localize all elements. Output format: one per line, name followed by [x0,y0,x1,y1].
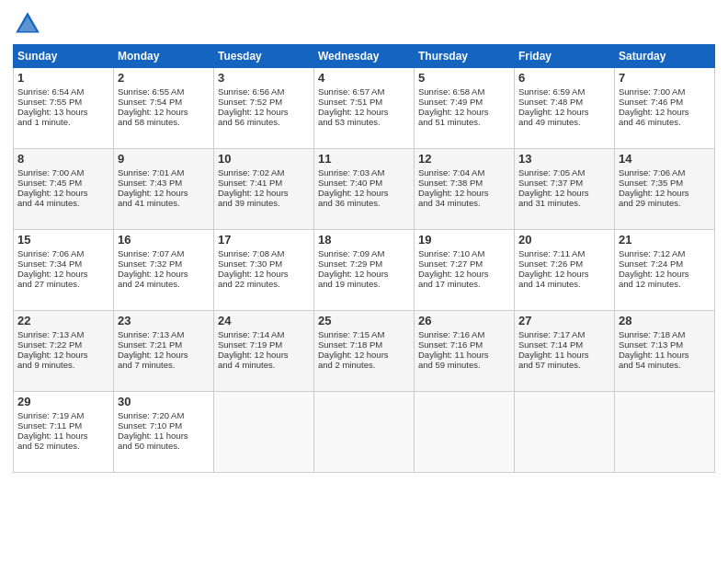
day-info-line: Daylight: 12 hours [518,269,610,279]
day-info-line: and 36 minutes. [318,198,410,208]
day-number: 29 [17,395,109,408]
day-info-line: Daylight: 12 hours [218,188,310,198]
day-number: 5 [418,71,510,85]
day-info-line: Daylight: 12 hours [118,269,210,279]
day-info-line: and 58 minutes. [118,117,210,127]
day-number: 6 [518,71,610,85]
day-info-line: and 31 minutes. [518,198,610,208]
day-cell: 15Sunrise: 7:06 AMSunset: 7:34 PMDayligh… [14,230,114,311]
day-number: 3 [218,71,310,85]
day-info-line: Sunset: 7:35 PM [619,178,711,188]
day-info-line: Daylight: 12 hours [518,107,610,117]
day-info-line: Sunrise: 7:17 AM [518,329,610,339]
day-info-line: Sunrise: 7:06 AM [619,167,711,178]
day-cell: 14Sunrise: 7:06 AMSunset: 7:35 PMDayligh… [615,149,715,230]
day-info-line: Sunrise: 7:00 AM [619,86,711,97]
day-info-line: Sunset: 7:26 PM [518,259,610,269]
day-info-line: Sunrise: 7:10 AM [418,248,510,259]
day-cell: 22Sunrise: 7:13 AMSunset: 7:22 PMDayligh… [14,311,114,392]
day-cell: 17Sunrise: 7:08 AMSunset: 7:30 PMDayligh… [214,230,314,311]
day-info-line: and 12 minutes. [619,279,711,289]
day-info-line: Daylight: 12 hours [619,107,711,117]
day-number: 9 [118,152,210,166]
day-number: 18 [318,233,410,247]
day-cell [615,392,715,473]
day-info-line: and 53 minutes. [318,117,410,127]
day-cell: 23Sunrise: 7:13 AMSunset: 7:21 PMDayligh… [114,311,214,392]
day-info-line: Sunset: 7:46 PM [619,97,711,107]
day-info-line: Sunset: 7:14 PM [518,339,610,350]
day-number: 12 [418,152,510,166]
day-cell: 12Sunrise: 7:04 AMSunset: 7:38 PMDayligh… [415,149,515,230]
weekday-header-sunday: Sunday [14,45,114,68]
day-info-line: Daylight: 11 hours [619,350,711,360]
day-info-line: Daylight: 12 hours [218,350,310,360]
day-number: 22 [17,314,109,327]
day-info-line: and 56 minutes. [218,117,310,127]
day-info-line: Daylight: 12 hours [17,269,109,279]
day-info-line: and 9 minutes. [17,360,109,370]
day-info-line: and 19 minutes. [318,279,410,289]
day-cell: 26Sunrise: 7:16 AMSunset: 7:16 PMDayligh… [415,311,515,392]
day-cell [515,392,615,473]
week-row-1: 1Sunrise: 6:54 AMSunset: 7:55 PMDaylight… [14,68,715,149]
day-info-line: Sunrise: 7:04 AM [418,167,510,178]
header-row [13,9,715,39]
day-info-line: Sunset: 7:55 PM [17,97,109,107]
day-cell: 4Sunrise: 6:57 AMSunset: 7:51 PMDaylight… [314,68,415,149]
day-info-line: Daylight: 12 hours [118,350,210,360]
day-info-line: Sunset: 7:27 PM [418,259,510,269]
day-info-line: Sunrise: 7:18 AM [619,329,711,339]
day-number: 23 [118,314,210,327]
day-info-line: Sunset: 7:24 PM [619,259,711,269]
day-number: 14 [619,152,711,166]
day-info-line: and 52 minutes. [17,441,109,451]
day-info-line: Sunset: 7:48 PM [518,97,610,107]
day-info-line: Daylight: 12 hours [518,188,610,198]
weekday-header-saturday: Saturday [615,45,715,68]
day-cell: 13Sunrise: 7:05 AMSunset: 7:37 PMDayligh… [515,149,615,230]
day-number: 17 [218,233,310,247]
logo-icon [13,9,42,39]
day-info-line: Sunset: 7:41 PM [218,178,310,188]
day-cell: 8Sunrise: 7:00 AMSunset: 7:45 PMDaylight… [14,149,114,230]
day-info-line: Daylight: 12 hours [619,188,711,198]
day-info-line: and 51 minutes. [418,117,510,127]
day-cell: 25Sunrise: 7:15 AMSunset: 7:18 PMDayligh… [314,311,415,392]
day-cell: 7Sunrise: 7:00 AMSunset: 7:46 PMDaylight… [615,68,715,149]
day-info-line: Sunset: 7:49 PM [418,97,510,107]
day-info-line: Daylight: 12 hours [318,107,410,117]
day-info-line: Sunset: 7:22 PM [17,339,109,350]
day-info-line: Sunset: 7:11 PM [17,420,109,431]
week-row-4: 22Sunrise: 7:13 AMSunset: 7:22 PMDayligh… [14,311,715,392]
day-info-line: Sunrise: 7:09 AM [318,248,410,259]
day-cell: 21Sunrise: 7:12 AMSunset: 7:24 PMDayligh… [615,230,715,311]
day-info-line: and 2 minutes. [318,360,410,370]
day-info-line: Sunrise: 6:56 AM [218,86,310,97]
day-info-line: Sunrise: 7:02 AM [218,167,310,178]
day-cell: 19Sunrise: 7:10 AMSunset: 7:27 PMDayligh… [415,230,515,311]
day-info-line: Sunset: 7:29 PM [318,259,410,269]
day-info-line: and 22 minutes. [218,279,310,289]
day-info-line: Sunrise: 7:11 AM [518,248,610,259]
day-info-line: Daylight: 12 hours [318,188,410,198]
day-info-line: Sunrise: 7:12 AM [619,248,711,259]
day-info-line: Sunset: 7:21 PM [118,339,210,350]
day-cell: 2Sunrise: 6:55 AMSunset: 7:54 PMDaylight… [114,68,214,149]
day-info-line: Daylight: 12 hours [17,350,109,360]
day-number: 8 [17,152,109,166]
day-info-line: and 57 minutes. [518,360,610,370]
logo [13,9,46,39]
day-info-line: Daylight: 13 hours [17,107,109,117]
day-cell: 16Sunrise: 7:07 AMSunset: 7:32 PMDayligh… [114,230,214,311]
day-cell: 9Sunrise: 7:01 AMSunset: 7:43 PMDaylight… [114,149,214,230]
day-cell: 1Sunrise: 6:54 AMSunset: 7:55 PMDaylight… [14,68,114,149]
day-number: 20 [518,233,610,247]
day-info-line: and 50 minutes. [118,441,210,451]
day-info-line: Daylight: 12 hours [619,269,711,279]
day-info-line: Sunset: 7:38 PM [418,178,510,188]
day-cell: 6Sunrise: 6:59 AMSunset: 7:48 PMDaylight… [515,68,615,149]
day-info-line: and 29 minutes. [619,198,711,208]
weekday-header-row: SundayMondayTuesdayWednesdayThursdayFrid… [14,45,715,68]
day-number: 11 [318,152,410,166]
